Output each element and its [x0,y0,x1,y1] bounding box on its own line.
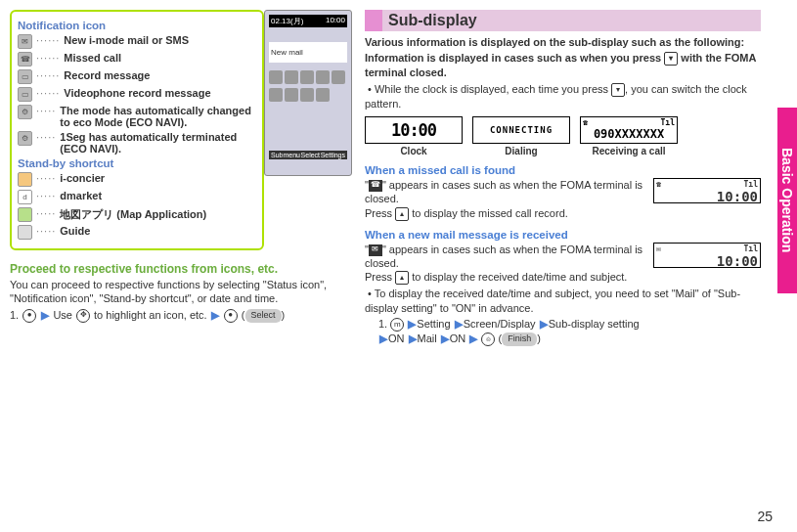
proceed-heading: Proceed to respective functions from ico… [10,262,357,276]
sub-display-missed-call: ☎Tıl 10:00 [653,178,761,203]
caret-icon: ▶ [441,332,449,344]
notification-label: Record message [64,69,150,81]
notify-icon [332,70,345,84]
notify-icon [285,70,298,84]
notification-label: Videophone record message [64,87,210,99]
standby-row: ····· 地図アプリ (Map Application) [18,207,256,222]
notification-icon-heading: Notification icon [18,20,256,31]
phone-date: 02.13(月) [271,16,303,26]
sub-display-dialing: CONNECTING [472,116,570,144]
phone-softkey-right: Settings [321,152,345,158]
sub-display-setting-path: 1. m ▶Setting ▶Screen/Display ▶Sub-displ… [378,317,761,346]
side-key-down-icon: ▾ [611,83,625,97]
sub-display-intro2: Information is displayed in cases such a… [365,51,761,79]
menu-key-icon: m [390,318,404,332]
finish-pill: Finish [502,332,537,346]
shortcut-icon [300,88,314,102]
notification-row: ☎ ······ Missed call [18,52,256,66]
standby-label: i-concier [60,172,105,184]
missed-call-heading: When a missed call is found [365,164,761,176]
caret-icon: ▶ [540,318,548,330]
mail-icon: ✉ [18,34,32,49]
phone-shortcut-row [269,88,347,102]
mail-display-icon: ✉ [656,244,661,255]
center-key-icon: ● [22,309,36,323]
new-mail-display-icon: ✉ [369,244,382,256]
caret-icon: ▶ [379,332,387,344]
side-key-down-icon: ▾ [664,52,678,66]
select-pill: Select [245,309,282,323]
page-number: 25 [757,509,773,524]
shortcut-icon [285,88,298,102]
notify-icon [300,70,314,84]
notification-row: ⚙ ····· The mode has automatically chang… [18,105,256,128]
standby-row: d ····· dmarket [18,190,256,204]
label-dialing: Dialing [472,146,570,156]
new-mail-heading: When a new mail message is received [365,229,761,241]
guide-icon [18,225,32,240]
videophone-record-icon: ▭ [18,87,32,102]
caret-icon: ▶ [455,318,463,330]
standby-row: ····· i-concier [18,172,256,187]
dpad-icon: ✥ [76,309,90,323]
missed-call-icon: ☎ [18,52,32,66]
shortcut-icon [269,88,283,102]
phone-clock: 10:00 [326,16,345,26]
phone-new-mail-banner: New mail [269,42,347,63]
standby-label: 地図アプリ (Map Application) [60,207,206,222]
map-app-icon [18,207,32,222]
incoming-call-icon: ☎ [583,119,588,128]
phone-softkey-mid: Select [301,152,320,158]
phone-notification-icons-row [269,70,347,84]
new-mail-text: ✉Tıl 10:00 "✉" appears in cases such as … [365,243,761,286]
notification-label: 1Seg has automatically terminated (ECO N… [60,131,256,155]
caret-icon: ▶ [408,318,416,330]
notification-row: ▭ ······ Record message [18,69,256,84]
sub-display-intro1: Various information is displayed on the … [365,35,761,49]
missed-call-text: ☎Tıl 10:00 "☎" appears in cases such as … [365,178,761,221]
record-message-icon: ▭ [18,69,32,84]
missed-call-display-icon: ☎ [369,180,382,192]
label-clock: Clock [365,146,463,156]
phone-softkey-left: Submenu [271,152,300,158]
new-mail-note: • To display the received date/time and … [365,287,761,315]
center-key-icon: ● [224,309,238,323]
clock-switch-note: • While the clock is displayed, each tim… [365,82,761,111]
label-receiving: Receiving a call [580,146,678,156]
notification-label: New i-mode mail or SMS [64,34,189,46]
side-key-up-icon: ▴ [395,207,409,221]
side-tab: Basic Operation [777,108,797,293]
oneseg-terminated-icon: ⚙ [18,131,32,146]
sub-display-examples: 10:00 CONNECTING ☎ Tıl 090XXXXXXX [365,116,761,144]
caret-icon: ▶ [409,332,417,344]
camera-key-icon: ⌾ [481,332,495,346]
proceed-step: 1. ● ▶ Use ✥ to highlight an icon, etc. … [10,308,357,323]
side-key-up-icon: ▴ [395,271,409,285]
notification-row: ▭ ······ Videophone record message [18,87,256,102]
sub-display-heading: Sub-display [365,10,761,31]
proceed-text: You can proceed to respective functions … [10,278,357,306]
notification-row: ⚙ ····· 1Seg has automatically terminate… [18,131,256,155]
notification-box: Notification icon ✉ ······ New i-mode ma… [10,10,264,250]
sub-display-receiving: ☎ Tıl 090XXXXXXX [580,116,678,144]
caret-icon: ▶ [211,309,219,321]
caret-icon: ▶ [41,309,49,321]
standby-shortcut-heading: Stand-by shortcut [18,157,256,169]
notify-icon [316,70,330,84]
caret-icon: ▶ [469,332,477,344]
dmarket-icon: d [18,190,32,204]
sub-display-new-mail: ✉Tıl 10:00 [653,243,761,268]
phone-preview: 02.13(月) 10:00 New mail Submenu Select [264,10,352,176]
notification-row: ✉ ······ New i-mode mail or SMS [18,34,256,49]
notification-label: The mode has automatically changed to ec… [60,105,256,128]
notify-icon [269,70,283,84]
standby-row: ····· Guide [18,225,256,240]
notification-label: Missed call [64,52,121,64]
dots: ······ [36,34,60,46]
shortcut-icon [316,88,330,102]
standby-label: Guide [60,225,90,237]
standby-label: dmarket [60,190,102,201]
eco-mode-icon: ⚙ [18,105,32,119]
missed-call-phone-icon: ☎ [656,179,661,191]
sub-display-clock: 10:00 [365,116,463,144]
